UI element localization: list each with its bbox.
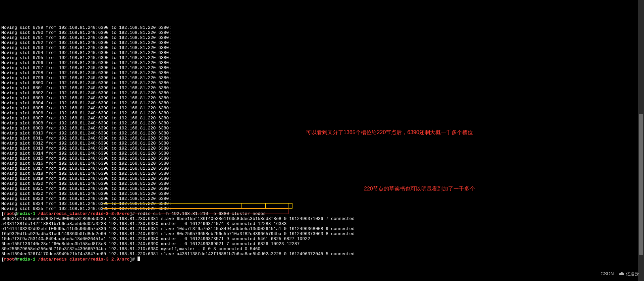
moving-slot-line: Moving slot 6825 from 192.168.81.240:639… xyxy=(1,206,643,211)
command-text: redis-cli -h 192.168.81.210 -p 6380 clus… xyxy=(138,211,266,216)
cluster-node-line: 6bee155f136f40e28e1f60c8ddec3b158cd8f8e8… xyxy=(1,241,643,246)
moving-slot-line: Moving slot 6800 from 192.168.81.240:639… xyxy=(1,80,643,86)
moving-slot-line: Moving slot 6820 from 192.168.81.240:639… xyxy=(1,181,643,186)
moving-slot-line: Moving slot 6809 from 192.168.81.240:639… xyxy=(1,126,643,131)
moving-slot-line: Moving slot 6810 from 192.168.81.240:639… xyxy=(1,131,643,136)
moving-slot-line: Moving slot 6804 from 192.168.81.240:639… xyxy=(1,101,643,106)
moving-slot-line: Moving slot 6789 from 192.168.81.240:639… xyxy=(1,25,643,30)
moving-slot-line: Moving slot 6801 from 192.168.81.240:639… xyxy=(1,86,643,91)
moving-slot-line: Moving slot 6808 from 192.168.81.240:639… xyxy=(1,121,643,126)
moving-slot-line: Moving slot 6797 from 192.168.81.240:639… xyxy=(1,65,643,70)
moving-slot-line: Moving slot 6805 from 192.168.81.240:639… xyxy=(1,106,643,111)
moving-slot-line: Moving slot 6815 from 192.168.81.240:639… xyxy=(1,156,643,161)
moving-slot-line: Moving slot 6819 from 192.168.81.240:639… xyxy=(1,176,643,181)
moving-slot-line: Moving slot 6817 from 192.168.81.240:639… xyxy=(1,166,643,171)
moving-slot-line: Moving slot 6806 from 192.168.81.240:639… xyxy=(1,111,643,116)
cluster-node-line: 80e256579658eb256c5b710a3f82c439665794ba… xyxy=(1,246,643,251)
cursor xyxy=(138,257,140,261)
cluster-node-line: f6b9320dfbc929ad5a31cdb149360b0fd8de2e60… xyxy=(1,231,643,236)
cluster-node-line: 10dc7f3f9a753140a8494adbbe5a13d0026451a1… xyxy=(1,236,643,241)
cloud-icon xyxy=(619,272,625,276)
terminal-screenshot: Moving slot 6789 from 192.168.81.240:639… xyxy=(0,0,644,281)
moving-slot-line: Moving slot 6822 from 192.168.81.240:639… xyxy=(1,191,643,196)
moving-slot-line: Moving slot 6807 from 192.168.81.240:639… xyxy=(1,116,643,121)
cluster-node-line: 5bed1594ee326f4170dce8949b21bf4a3847ae60… xyxy=(1,251,643,257)
moving-slot-line: Moving slot 6796 from 192.168.81.240:639… xyxy=(1,60,643,65)
moving-slot-line: Moving slot 6803 from 192.168.81.240:639… xyxy=(1,96,643,101)
moving-slot-line: Moving slot 6818 from 192.168.81.240:639… xyxy=(1,171,643,176)
moving-slot-line: Moving slot 6792 from 192.168.81.240:639… xyxy=(1,40,643,45)
moving-slot-line: Moving slot 6811 from 192.168.81.240:639… xyxy=(1,136,643,141)
moving-slot-line: Moving slot 6798 from 192.168.81.240:639… xyxy=(1,70,643,75)
prompt-command[interactable]: [root@redis-1 /data/redis_cluster/redis-… xyxy=(1,211,643,216)
moving-slot-line: Moving slot 6821 from 192.168.81.240:639… xyxy=(1,186,643,191)
moving-slot-line: Moving slot 6812 from 192.168.81.240:639… xyxy=(1,141,643,146)
moving-slot-line: Moving slot 6816 from 192.168.81.240:639… xyxy=(1,161,643,166)
watermark-bar: CSDN 亿速云 xyxy=(600,271,639,276)
moving-slot-line: Moving slot 6793 from 192.168.81.240:639… xyxy=(1,45,643,50)
watermark-yisu: 亿速云 xyxy=(619,271,639,276)
cluster-node-line: 566e21d1fd0cee6b2848f0a90609e3f868e5023b… xyxy=(1,216,643,221)
moving-slot-line: Moving slot 6824 from 192.168.81.240:639… xyxy=(1,201,643,206)
moving-slot-line: Moving slot 6814 from 192.168.81.240:639… xyxy=(1,151,643,156)
moving-slot-line: Moving slot 6790 from 192.168.81.240:639… xyxy=(1,30,643,35)
moving-slot-line: Moving slot 6799 from 192.168.81.240:639… xyxy=(1,75,643,80)
moving-slot-line: Moving slot 6802 from 192.168.81.240:639… xyxy=(1,91,643,96)
moving-slot-line: Moving slot 6813 from 192.168.81.240:639… xyxy=(1,146,643,151)
moving-slot-line: Moving slot 6791 from 192.168.81.240:639… xyxy=(1,35,643,40)
cluster-node-line: a4381138fdc142f18881b7b6ca8ae5b0d02a3228… xyxy=(1,221,643,226)
moving-slot-line: Moving slot 6795 from 192.168.81.240:639… xyxy=(1,55,643,60)
cluster-node-line: e11614f03232d92ebff06d95a11b3c905957b336… xyxy=(1,226,643,231)
prompt-idle[interactable]: [root@redis-1 /data/redis_cluster/redis-… xyxy=(1,257,643,262)
watermark-csdn: CSDN xyxy=(600,271,614,276)
moving-slot-line: Moving slot 6794 from 192.168.81.240:639… xyxy=(1,50,643,55)
moving-slot-line: Moving slot 6823 from 192.168.81.240:639… xyxy=(1,196,643,201)
terminal-output: Moving slot 6789 from 192.168.81.240:639… xyxy=(1,25,643,262)
